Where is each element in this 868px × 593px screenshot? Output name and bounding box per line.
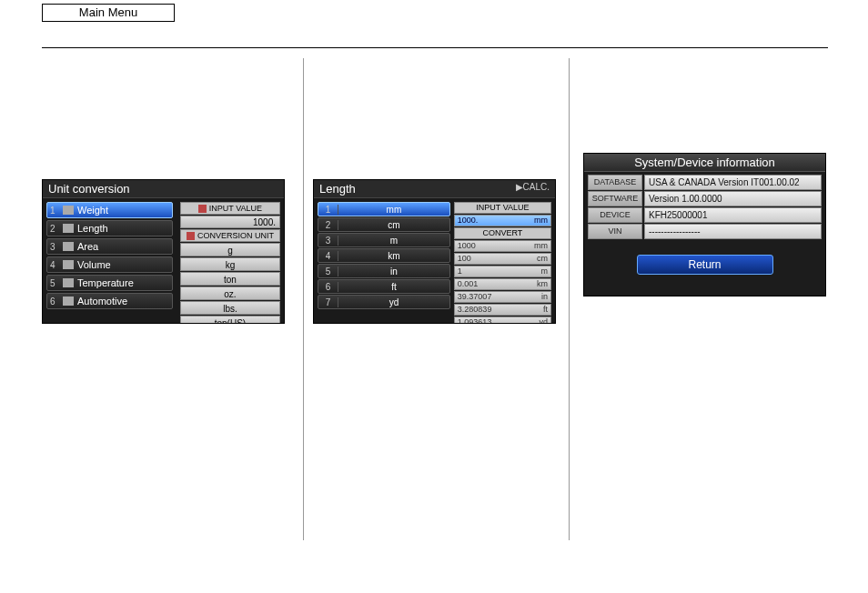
automotive-icon — [63, 296, 74, 306]
category-automotive[interactable]: 6Automotive — [46, 293, 173, 309]
length-title-bar: Length ▶CALC. — [314, 180, 555, 198]
unit-lbs[interactable]: lbs. — [180, 301, 280, 315]
length-row-yd[interactable]: 7yd — [318, 295, 450, 309]
result-in: 39.37007in — [454, 291, 551, 303]
temperature-icon — [63, 278, 74, 287]
result-ft: 3.280839ft — [454, 304, 551, 316]
info-software-value: Version 1.00.0000 — [644, 191, 822, 206]
category-temperature[interactable]: 5Temperature — [46, 275, 173, 291]
length-title: Length — [319, 182, 356, 196]
unit-conversion-panel: Unit conversion 1Weight 2Length 3Area 4V… — [42, 179, 285, 324]
length-icon — [63, 224, 74, 233]
unit-ton[interactable]: ton — [180, 272, 280, 286]
info-database-value: USA & CANADA Version IT001.00.02 — [644, 175, 822, 190]
divider-vertical-1 — [303, 58, 304, 540]
info-device-row: DEVICE KFH25000001 — [588, 207, 822, 223]
system-device-panel: System/Device information DATABASE USA &… — [583, 153, 826, 296]
main-menu-button[interactable]: Main Menu — [42, 4, 175, 22]
category-length[interactable]: 2Length — [46, 220, 173, 236]
volume-icon — [63, 260, 74, 269]
unit-oz[interactable]: oz. — [180, 286, 280, 300]
length-row-mm[interactable]: 1mm — [318, 202, 450, 216]
calc-button[interactable]: ▶CALC. — [516, 182, 550, 196]
length-row-in[interactable]: 5in — [318, 264, 450, 278]
info-database-row: DATABASE USA & CANADA Version IT001.00.0… — [588, 175, 822, 190]
category-weight[interactable]: 1Weight — [46, 202, 173, 218]
check-icon — [198, 205, 207, 213]
result-cm: 100cm — [454, 253, 551, 265]
info-software-label: SOFTWARE — [588, 191, 642, 206]
length-row-cm[interactable]: 2cm — [318, 217, 450, 232]
input-value-header: INPUT VALUE — [180, 202, 280, 215]
weight-icon — [63, 206, 74, 215]
unit-ton-us[interactable]: ton(US) — [180, 316, 280, 324]
length-panel: Length ▶CALC. 1mm 2cm 3m 4km 5in 6ft 7yd… — [313, 179, 556, 324]
divider-horizontal — [42, 47, 828, 48]
unit-g[interactable]: g — [180, 243, 280, 256]
length-row-m[interactable]: 3m — [318, 233, 450, 247]
info-database-label: DATABASE — [588, 175, 642, 190]
info-vin-label: VIN — [588, 224, 642, 239]
length-row-km[interactable]: 4km — [318, 248, 450, 263]
result-yd: 1.093613yd — [454, 317, 551, 324]
input-value-header: INPUT VALUE — [454, 202, 551, 214]
info-vin-value: ----------------- — [644, 224, 822, 239]
system-device-title: System/Device information — [584, 154, 825, 172]
conversion-unit-header: CONVERSION UNIT — [180, 229, 280, 242]
category-area[interactable]: 3Area — [46, 238, 173, 255]
result-mm: 1000mm — [454, 240, 551, 252]
input-value-row[interactable]: 1000.mm — [454, 215, 551, 226]
unit-conversion-title: Unit conversion — [43, 180, 284, 198]
info-device-value: KFH25000001 — [644, 207, 822, 223]
info-vin-row: VIN ----------------- — [588, 224, 822, 239]
input-value[interactable]: 1000. — [180, 216, 280, 228]
result-km: 0.001km — [454, 278, 551, 290]
area-icon — [63, 242, 74, 251]
result-m: 1m — [454, 266, 551, 277]
check-icon — [187, 232, 195, 240]
length-row-ft[interactable]: 6ft — [318, 279, 450, 294]
category-volume[interactable]: 4Volume — [46, 256, 173, 273]
return-button[interactable]: Return — [637, 255, 773, 275]
divider-vertical-2 — [569, 58, 570, 540]
unit-kg[interactable]: kg — [180, 257, 280, 271]
convert-header: CONVERT — [454, 227, 551, 239]
info-device-label: DEVICE — [588, 207, 642, 223]
info-software-row: SOFTWARE Version 1.00.0000 — [588, 191, 822, 206]
